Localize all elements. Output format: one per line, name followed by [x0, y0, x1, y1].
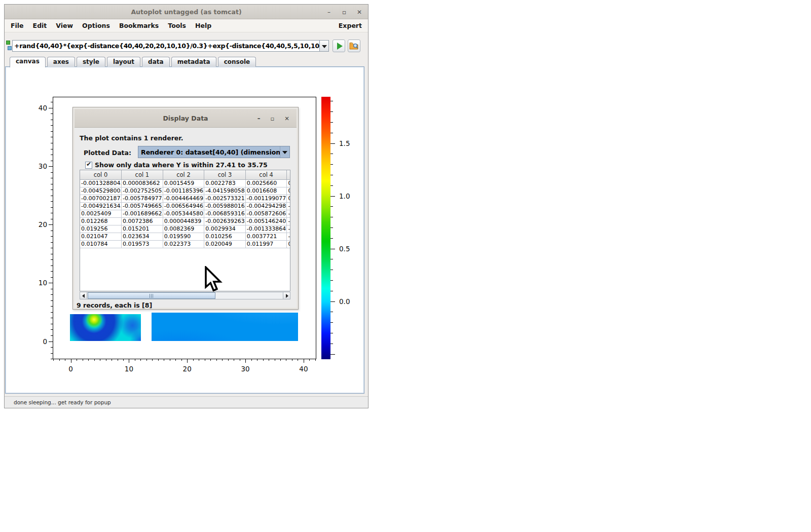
- menu-view[interactable]: View: [51, 22, 78, 29]
- table-cell[interactable]: -0.0: [287, 225, 290, 233]
- table-cell[interactable]: -0.006859316...: [204, 210, 246, 217]
- table-row[interactable]: -0.004921634...-0.005749665...-0.0065649…: [80, 202, 290, 210]
- table-cell[interactable]: 0.019590: [163, 233, 204, 240]
- table-cell[interactable]: 0.019573: [122, 240, 163, 248]
- table-cell[interactable]: -0.005749665...: [122, 202, 163, 210]
- table-row[interactable]: 0.0210470.0236340.0195900.0102560.003772…: [80, 233, 290, 240]
- scroll-right-button[interactable]: [283, 292, 290, 299]
- tab-style[interactable]: style: [77, 57, 105, 67]
- table-cell[interactable]: 0.022373: [163, 240, 204, 248]
- table-cell[interactable]: 0.023634: [122, 233, 163, 240]
- table-cell[interactable]: -0.005988016...: [204, 202, 246, 210]
- table-row[interactable]: 0.0107840.0195730.0223730.0200490.011997…: [80, 240, 290, 248]
- column-header[interactable]: col 2: [163, 170, 204, 179]
- table-cell[interactable]: 0.019256: [80, 225, 122, 233]
- menu-help[interactable]: Help: [191, 22, 216, 29]
- tab-data[interactable]: data: [142, 57, 170, 67]
- data-table-container[interactable]: col 0col 1col 2col 3col 4 -0.001328804..…: [80, 170, 290, 291]
- go-button[interactable]: [333, 40, 345, 52]
- table-cell[interactable]: 0.00: [287, 187, 290, 195]
- table-cell[interactable]: 0.0025409: [80, 210, 122, 217]
- table-cell[interactable]: 0.010784: [80, 240, 122, 248]
- tab-console[interactable]: console: [218, 57, 256, 67]
- menu-tools[interactable]: Tools: [163, 22, 191, 29]
- tab-axes[interactable]: axes: [47, 57, 75, 67]
- table-cell[interactable]: 0.00: [287, 179, 290, 187]
- tab-layout[interactable]: layout: [107, 57, 140, 67]
- table-row[interactable]: 0.0025409-0.001689662...-0.005344580...-…: [80, 210, 290, 217]
- column-header[interactable]: col 0: [80, 170, 122, 179]
- table-cell[interactable]: -0.007002187...: [80, 195, 122, 202]
- table-cell[interactable]: 0.015201: [122, 225, 163, 233]
- table-cell[interactable]: -0.004921634...: [80, 202, 122, 210]
- dialog-close-icon[interactable]: ✕: [284, 115, 289, 122]
- filter-checkbox[interactable]: ✔: [85, 162, 92, 169]
- table-cell[interactable]: -0.005872606...: [245, 210, 287, 217]
- table-cell[interactable]: -0.0: [287, 210, 290, 217]
- table-cell[interactable]: 0.0072386: [122, 217, 163, 225]
- menu-file[interactable]: File: [11, 22, 28, 29]
- table-cell[interactable]: 0.0082369: [163, 225, 204, 233]
- table-cell[interactable]: 0.012268: [80, 217, 122, 225]
- table-cell[interactable]: -0.0: [287, 233, 290, 240]
- table-cell[interactable]: 0.00: [287, 240, 290, 248]
- dialog-titlebar[interactable]: Display Data – ▫ ✕: [75, 109, 297, 128]
- tab-canvas[interactable]: canvas: [10, 57, 46, 67]
- table-cell[interactable]: -0.005146240...: [245, 217, 287, 225]
- table-cell[interactable]: -0.002573321...: [204, 195, 246, 202]
- close-icon[interactable]: ✕: [356, 9, 363, 16]
- column-header[interactable]: col 3: [204, 170, 246, 179]
- table-cell[interactable]: 0.000083662: [122, 179, 163, 187]
- maximize-icon[interactable]: ▫: [341, 9, 348, 16]
- table-cell[interactable]: -0.005344580...: [163, 210, 204, 217]
- table-cell[interactable]: -0.0: [287, 217, 290, 225]
- table-cell[interactable]: 0.020049: [204, 240, 246, 248]
- column-header[interactable]: col 1: [122, 170, 163, 179]
- table-cell[interactable]: -0.001185396...: [163, 187, 204, 195]
- table-cell[interactable]: 0.0029934: [204, 225, 246, 233]
- table-cell[interactable]: -0.0: [287, 202, 290, 210]
- table-cell[interactable]: 0.0015459: [163, 179, 204, 187]
- table-cell[interactable]: -0.001199077...: [245, 195, 287, 202]
- table-cell[interactable]: -0.002752505...: [122, 187, 163, 195]
- table-cell[interactable]: 0.00: [287, 195, 290, 202]
- table-cell[interactable]: 0.0037721: [245, 233, 287, 240]
- table-row[interactable]: -0.001328804...0.0000836620.00154590.002…: [80, 179, 290, 187]
- scroll-left-button[interactable]: [80, 292, 87, 299]
- table-row[interactable]: 0.0122680.00723860.000044839-0.002639263…: [80, 217, 290, 225]
- tab-metadata[interactable]: metadata: [171, 57, 216, 67]
- table-cell[interactable]: -0.002639263...: [204, 217, 246, 225]
- uri-dropdown-button[interactable]: [320, 40, 329, 52]
- menu-bookmarks[interactable]: Bookmarks: [115, 22, 163, 29]
- dialog-minimize-icon[interactable]: –: [257, 115, 261, 122]
- table-row[interactable]: 0.0192560.0152010.00823690.0029934-0.001…: [80, 225, 290, 233]
- table-row[interactable]: -0.007002187...-0.005784977...-0.0044644…: [80, 195, 290, 202]
- table-cell[interactable]: -0.004294298...: [245, 202, 287, 210]
- table-cell[interactable]: -0.001333864...: [245, 225, 287, 233]
- table-cell[interactable]: 0.0016608: [245, 187, 287, 195]
- combo-dropdown-button[interactable]: [280, 146, 289, 158]
- table-cell[interactable]: -0.006564946...: [163, 202, 204, 210]
- plotted-data-select[interactable]: Renderer 0: dataset[40,40] (dimension...: [138, 146, 290, 158]
- table-cell[interactable]: 0.011997: [245, 240, 287, 248]
- table-cell[interactable]: -0.004464469...: [163, 195, 204, 202]
- expert-mode-label[interactable]: Expert: [339, 22, 362, 29]
- window-titlebar[interactable]: Autoplot untagged (as tomcat) – ▫ ✕: [5, 5, 368, 19]
- inspect-uri-button[interactable]: [348, 40, 360, 52]
- table-cell[interactable]: 0.0022783: [204, 179, 246, 187]
- column-header[interactable]: col 4: [245, 170, 287, 179]
- menu-options[interactable]: Options: [78, 22, 115, 29]
- uri-input[interactable]: +rand{40,40}*{exp{-distance{40,40,20,20,…: [12, 40, 320, 52]
- dialog-maximize-icon[interactable]: ▫: [271, 115, 275, 122]
- table-cell[interactable]: -0.001328804...: [80, 179, 122, 187]
- table-cell[interactable]: 0.0025660: [245, 179, 287, 187]
- table-cell[interactable]: -0.005784977...: [122, 195, 163, 202]
- table-cell[interactable]: -0.001689662...: [122, 210, 163, 217]
- table-cell[interactable]: -0.004529800...: [80, 187, 122, 195]
- scrollbar-thumb[interactable]: [88, 292, 215, 299]
- table-cell[interactable]: 0.000044839: [163, 217, 204, 225]
- column-header[interactable]: [287, 170, 290, 179]
- table-cell[interactable]: -4.041598058...: [204, 187, 246, 195]
- table-cell[interactable]: 0.021047: [80, 233, 122, 240]
- table-row[interactable]: -0.004529800...-0.002752505...-0.0011853…: [80, 187, 290, 195]
